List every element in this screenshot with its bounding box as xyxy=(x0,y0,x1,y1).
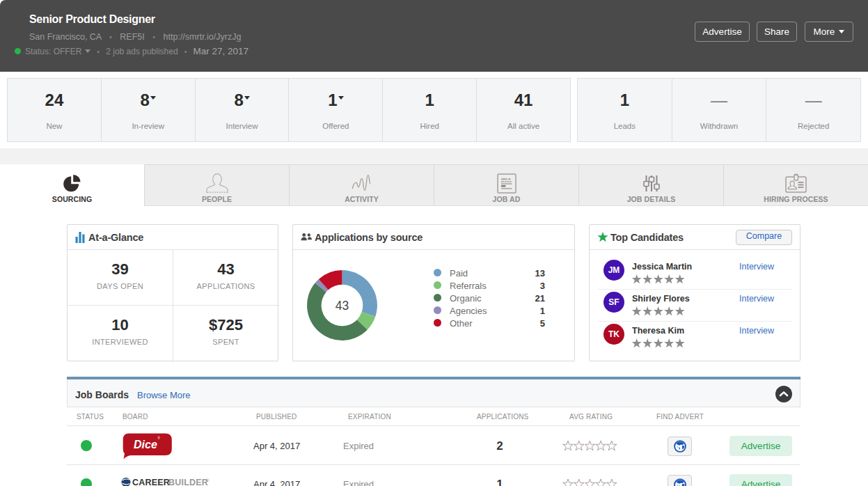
svg-text:®: ® xyxy=(206,478,210,483)
svg-text:BUILDER: BUILDER xyxy=(168,478,208,486)
svg-text:CAREER: CAREER xyxy=(132,478,170,486)
svg-text:Dice: Dice xyxy=(134,438,157,450)
